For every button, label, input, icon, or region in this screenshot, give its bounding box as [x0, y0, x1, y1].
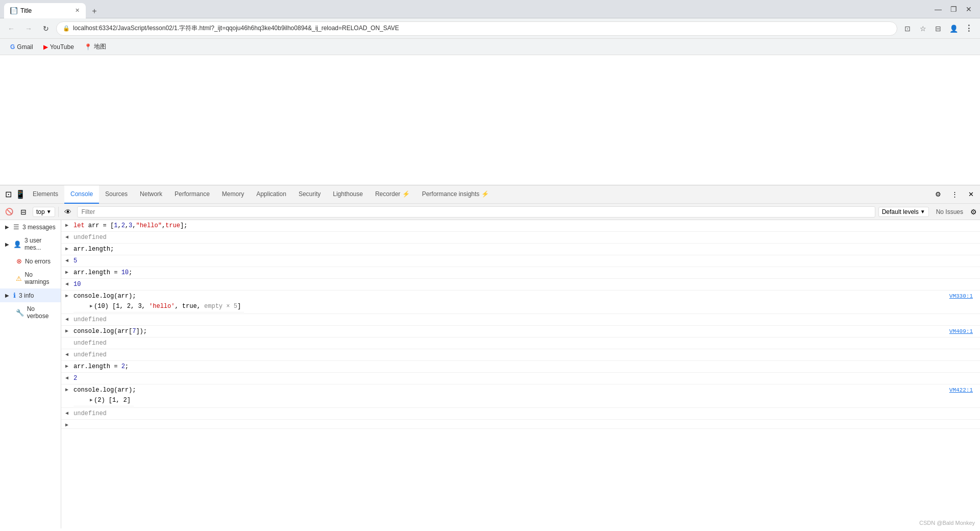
entry-link-5[interactable]: VM409:1 [949, 327, 977, 336]
tab-title: Title [20, 7, 32, 14]
entry-arrow-2[interactable]: ▶ [65, 245, 68, 254]
entry-arrow-4[interactable]: ▶ [65, 292, 68, 301]
tab-network[interactable]: Network [134, 185, 168, 204]
refresh-btn[interactable]: ↻ [39, 21, 53, 36]
tab-application[interactable]: Application [250, 185, 292, 204]
entry-console-log-arr2: ▶ console.log(arr); VM422:1 ▶ (2) [1, 2] [61, 384, 980, 408]
lock-icon: 🔒 [63, 25, 70, 32]
result-arrow-5: ◀ [65, 350, 68, 359]
entry-arrow-5[interactable]: ▶ [65, 327, 68, 336]
sidebar-item-info[interactable]: ▶ ℹ 3 info [0, 288, 61, 302]
user-messages-label: 3 user mes... [24, 237, 56, 251]
restore-btn[interactable]: ❐ [946, 2, 961, 16]
console-prompt[interactable]: ▶ [61, 420, 980, 429]
entry-arrow-1[interactable]: ▶ [65, 221, 68, 230]
minimize-btn[interactable]: — [931, 2, 945, 16]
maps-icon: 📍 [84, 43, 92, 51]
tab-console[interactable]: Console [64, 185, 99, 204]
result-arrow-6: ◀ [65, 374, 68, 383]
filter-toggle-btn[interactable]: ⊟ [17, 206, 30, 218]
sidebar-btn[interactable]: ⊟ [931, 21, 945, 36]
filter-input[interactable] [77, 206, 875, 218]
entry-line-5: console.log(arr[7]); VM409:1 [74, 327, 977, 336]
sidebar-item-errors[interactable]: ⊗ No errors [0, 254, 61, 268]
entry-arrow-6[interactable]: ▶ [65, 362, 68, 371]
entry-console-log-arr: ▶ console.log(arr); VM330:1 ▶ (10) [1, 2… [61, 291, 980, 314]
sub-arrow-7[interactable]: ▶ [90, 396, 92, 405]
result-10: ◀ 10 [61, 279, 980, 291]
devtools-device-btn[interactable]: 📱 [14, 188, 27, 201]
new-tab-btn[interactable]: + [87, 4, 102, 18]
sidebar-item-user-messages[interactable]: ▶ 👤 3 user mes... [0, 234, 61, 254]
entry-arrow-7[interactable]: ▶ [65, 385, 68, 395]
youtube-label: YouTube [50, 43, 74, 51]
bookmark-youtube[interactable]: ▶ YouTube [39, 41, 78, 53]
bookmark-maps[interactable]: 📍 地图 [80, 40, 110, 53]
console-left-icons: 🚫 ⊟ [3, 206, 30, 218]
devtools-settings-btn[interactable]: ⚙ [931, 187, 945, 202]
context-value: top [36, 208, 45, 215]
devtools-inspect-btn[interactable]: ⊡ [2, 188, 14, 201]
tab-recorder[interactable]: Recorder ⚡ [369, 185, 416, 204]
tab-sources[interactable]: Sources [99, 185, 134, 204]
no-issues-badge: No Issues [932, 207, 967, 216]
tab-performance[interactable]: Performance [168, 185, 216, 204]
result-text-1: undefined [74, 234, 107, 241]
result-text-7: undefined [74, 410, 107, 417]
sidebar-item-verbose[interactable]: 🔧 No verbose [0, 302, 61, 323]
devtools-close-btn[interactable]: ✕ [964, 187, 978, 202]
tab-elements[interactable]: Elements [27, 185, 64, 204]
entry-arrow-3[interactable]: ▶ [65, 268, 68, 277]
entry-link-4[interactable]: VM330:1 [949, 292, 977, 301]
entry-arr-length: ▶ arr.length; [61, 244, 980, 255]
tab-security[interactable]: Security [292, 185, 327, 204]
title-bar: 📄 Title ✕ + — ❐ ✕ [0, 0, 980, 18]
console-main: ▶ let arr = [1,2,3,"hello",true]; ◀ unde… [61, 220, 980, 528]
forward-btn[interactable]: → [21, 21, 36, 36]
cast-btn[interactable]: ⊡ [900, 21, 915, 36]
sidebar-item-warnings[interactable]: ⚠ No warnings [0, 268, 61, 288]
no-issues-label: No Issues [936, 208, 963, 215]
context-selector[interactable]: top ▼ [33, 207, 55, 217]
warnings-label: No warnings [25, 271, 56, 285]
entry-link-7[interactable]: VM422:1 [949, 385, 977, 395]
tab-memory[interactable]: Memory [216, 185, 250, 204]
issues-settings-icon[interactable]: ⚙ [970, 208, 977, 216]
clear-console-btn[interactable]: 🚫 [3, 206, 15, 218]
result-undefined-5: ◀ undefined [61, 349, 980, 361]
entry-line-1: let arr = [1,2,3,"hello",true]; [74, 221, 977, 230]
address-bar[interactable]: 🔒 localhost:63342/JavaScript/lesson02/1.… [56, 21, 897, 36]
user-messages-arrow: ▶ [5, 242, 9, 247]
profile-btn[interactable]: 👤 [946, 21, 961, 36]
bookmark-btn[interactable]: ☆ [916, 21, 930, 36]
default-levels-btn[interactable]: Default levels ▼ [878, 207, 929, 217]
entry-sub-7: ▶ (2) [1, 2] [74, 395, 134, 406]
tab-close-btn[interactable]: ✕ [75, 7, 80, 14]
entry-console-log-arr7: ▶ console.log(arr[7]); VM409:1 [61, 326, 980, 337]
browser-tab[interactable]: 📄 Title ✕ [4, 3, 86, 18]
entry-text-2: arr.length; [74, 245, 114, 254]
verbose-icon: 🔧 [16, 309, 24, 317]
sub-arrow-4[interactable]: ▶ [90, 302, 92, 311]
tab-performance-insights[interactable]: Performance insights ⚡ [416, 185, 495, 204]
back-btn[interactable]: ← [4, 21, 18, 36]
menu-btn[interactable]: ⋮ [962, 21, 976, 36]
eye-btn[interactable]: 👁 [62, 206, 74, 218]
entry-text-1: let arr = [1,2,3,"hello",true]; [74, 221, 187, 230]
verbose-label: No verbose [27, 305, 56, 320]
messages-icon: ☰ [13, 223, 19, 231]
close-btn[interactable]: ✕ [962, 2, 976, 16]
gmail-icon: G [10, 43, 15, 51]
sidebar-item-messages[interactable]: ▶ ☰ 3 messages [0, 220, 61, 234]
messages-label: 3 messages [22, 224, 56, 231]
kw-let: let [74, 222, 88, 229]
maps-label: 地图 [94, 42, 106, 51]
info-label: 3 info [19, 292, 34, 299]
bookmark-gmail[interactable]: G Gmail [6, 41, 37, 53]
entry-text-3: arr.length = 10; [74, 268, 132, 277]
devtools-controls: ⚙ ⋮ ✕ [931, 187, 978, 202]
devtools-more-btn[interactable]: ⋮ [947, 187, 962, 202]
tab-lighthouse[interactable]: Lighthouse [327, 185, 369, 204]
result-text-5b: undefined [74, 351, 107, 358]
result-text-6: 2 [74, 375, 77, 382]
